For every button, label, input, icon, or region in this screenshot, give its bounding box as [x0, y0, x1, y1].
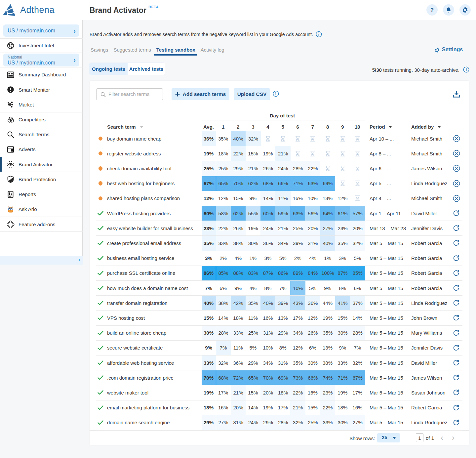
- svg-text:?: ?: [430, 7, 434, 13]
